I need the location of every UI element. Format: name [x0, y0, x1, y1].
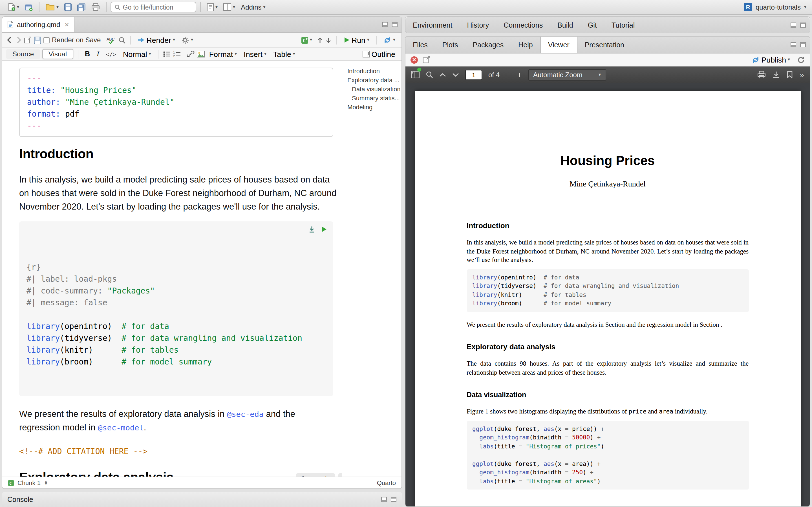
pdf-print-icon[interactable]	[757, 71, 766, 78]
search-icon[interactable]	[118, 36, 125, 44]
next-page-icon[interactable]	[452, 72, 459, 77]
sidebar-toggle-icon[interactable]	[411, 71, 419, 78]
code-token[interactable]: @sec-eda	[227, 409, 264, 418]
outline-toggle-button[interactable]: Outline	[360, 49, 398, 59]
yaml-front-matter[interactable]: ---title: "Housing Prices"author: "Mine …	[19, 68, 333, 137]
source-publish-button[interactable]: ▾	[381, 35, 398, 45]
save-icon[interactable]	[34, 36, 41, 44]
pdf-search-icon[interactable]	[426, 71, 433, 78]
forward-icon[interactable]	[15, 37, 22, 43]
render-button[interactable]: Render ▾	[135, 35, 177, 45]
code-format-button[interactable]: </>	[104, 50, 118, 58]
italic-button[interactable]: I	[94, 48, 101, 60]
page-number-input[interactable]	[465, 69, 482, 80]
outline-item-introduction[interactable]: Introduction	[347, 66, 400, 75]
project-menu[interactable]: R quarto-tutorials ▾	[744, 3, 806, 11]
chunk-position-label[interactable]: Chunk 1	[17, 480, 41, 486]
refresh-icon[interactable]	[797, 56, 805, 63]
visual-editor[interactable]: ---title: "Housing Prices"author: "Mine …	[2, 61, 342, 476]
table-menu[interactable]: Table ▾	[271, 49, 297, 59]
tab-plots[interactable]: Plots	[435, 37, 465, 53]
tab-packages[interactable]: Packages	[465, 37, 511, 53]
main-toolbar: ▾ ▾	[0, 0, 812, 15]
insert-menu[interactable]: Insert ▾	[241, 49, 269, 59]
maximize-pane-icon[interactable]	[392, 22, 398, 27]
code-token[interactable]: 1	[485, 408, 489, 414]
chunk-stepper[interactable]: ▲▼	[44, 481, 48, 485]
minimize-pane-icon[interactable]	[791, 22, 796, 27]
tab-viewer[interactable]: Viewer	[540, 37, 577, 53]
popout-icon[interactable]	[24, 37, 32, 43]
outline-item-eda[interactable]: Exploratory data ...	[347, 75, 400, 84]
render-settings-button[interactable]: ▾	[180, 35, 195, 45]
maximize-pane-icon[interactable]	[391, 497, 396, 502]
more-tools-button[interactable]: »	[800, 70, 804, 79]
source-mode-button[interactable]: Source	[6, 49, 40, 59]
minimize-pane-icon[interactable]	[381, 497, 387, 502]
tab-git[interactable]: Git	[580, 17, 604, 33]
tab-files[interactable]: Files	[405, 37, 435, 53]
compile-report-button[interactable]: ▾	[205, 2, 220, 12]
code-line: geom_histogram(binwidth = 50000) +	[472, 433, 743, 442]
code-token[interactable]: @sec-model	[98, 423, 144, 432]
pane-layout-button[interactable]: ▾	[221, 2, 238, 12]
outline-item-modeling[interactable]: Modeling	[347, 103, 400, 112]
go-previous-chunk-icon[interactable]	[317, 37, 323, 43]
tab-tutorial[interactable]: Tutorial	[604, 17, 642, 33]
link-icon[interactable]	[187, 51, 195, 57]
close-icon[interactable]: ×	[64, 20, 69, 29]
minimize-pane-icon[interactable]	[791, 42, 796, 47]
outline-item-data-visualization[interactable]: Data visualization	[347, 84, 400, 94]
maximize-pane-icon[interactable]	[800, 22, 806, 27]
run-chunk-icon[interactable]	[321, 226, 327, 233]
tab-authoring-qmd[interactable]: authoring.qmd ×	[2, 17, 75, 32]
bullet-list-icon[interactable]	[163, 51, 171, 57]
download-icon[interactable]	[772, 71, 780, 78]
code-chunk-load-pkgs[interactable]: {r}#| label: load-pkgs#| code-summary: "…	[19, 221, 333, 396]
new-file-button[interactable]: ▾	[6, 2, 21, 12]
tab-build[interactable]: Build	[550, 17, 580, 33]
spellcheck-icon[interactable]: ABC	[106, 36, 116, 44]
tab-environment[interactable]: Environment	[405, 17, 460, 33]
paragraph-style-dropdown[interactable]: Normal ▾	[121, 49, 153, 59]
tab-history[interactable]: History	[460, 17, 496, 33]
viewer-popout-icon[interactable]	[423, 56, 430, 63]
goto-file-search[interactable]	[110, 2, 196, 12]
pdf-viewport[interactable]: Housing Prices Mine Çetinkaya-Rundel Int…	[405, 83, 810, 506]
zoom-out-button[interactable]: −	[506, 70, 511, 79]
zoom-in-button[interactable]: +	[517, 70, 522, 79]
tab-presentation[interactable]: Presentation	[577, 37, 631, 53]
save-button[interactable]	[62, 2, 74, 12]
section-menu-button[interactable]: ···	[338, 473, 342, 476]
document-type-label[interactable]: Quarto	[377, 480, 396, 486]
print-button[interactable]	[89, 2, 102, 12]
tab-help[interactable]: Help	[511, 37, 540, 53]
visual-mode-button[interactable]: Visual	[42, 49, 73, 59]
open-file-button[interactable]: ▾	[43, 2, 61, 12]
clear-viewer-button[interactable]: ✕	[410, 56, 418, 63]
publish-button[interactable]: Publish ▾	[750, 54, 792, 65]
code-token: "Housing Prices"	[60, 86, 137, 95]
bold-button[interactable]: B	[83, 49, 92, 59]
numbered-list-icon[interactable]: 12	[173, 51, 181, 57]
back-icon[interactable]	[6, 37, 13, 43]
zoom-select[interactable]: Automatic Zoom ▾	[528, 69, 606, 80]
format-menu[interactable]: Format ▾	[207, 49, 239, 59]
image-icon[interactable]	[197, 51, 205, 57]
tab-title: authoring.qmd	[17, 20, 60, 29]
outline-item-summary-statistics[interactable]: Summary statis...	[347, 94, 400, 103]
bookmark-icon[interactable]	[786, 71, 793, 78]
go-next-chunk-icon[interactable]	[325, 37, 331, 43]
insert-chunk-button[interactable]: C ▾	[299, 35, 314, 45]
run-chunks-above-icon[interactable]	[308, 226, 315, 233]
maximize-pane-icon[interactable]	[800, 42, 806, 47]
tab-connections[interactable]: Connections	[496, 17, 550, 33]
goto-file-input[interactable]	[123, 4, 193, 10]
render-on-save-checkbox[interactable]	[43, 37, 50, 43]
addins-menu[interactable]: Addins ▾	[239, 2, 267, 12]
new-project-button[interactable]	[22, 2, 35, 12]
minimize-pane-icon[interactable]	[382, 22, 388, 27]
run-button[interactable]: Run ▾	[341, 35, 371, 45]
save-all-button[interactable]	[75, 2, 88, 12]
previous-page-icon[interactable]	[439, 72, 446, 77]
